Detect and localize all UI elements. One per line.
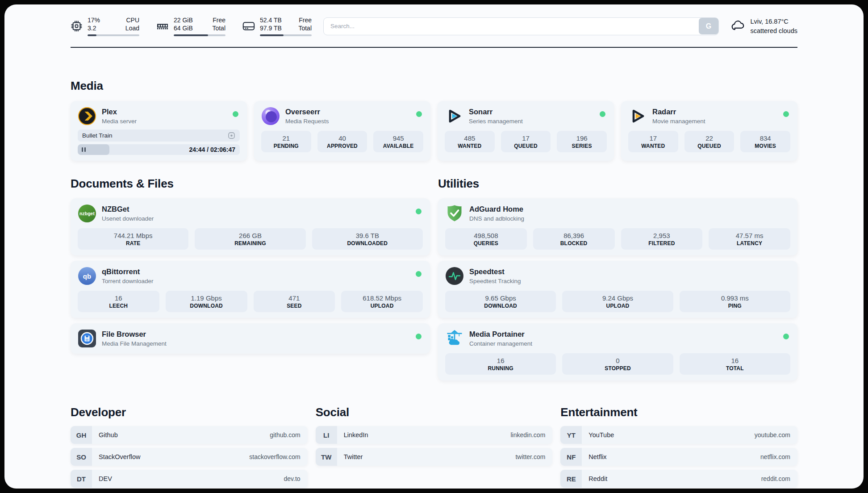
cpu-label: CPU — [126, 16, 139, 24]
app-card-nzbget[interactable]: nzbget NZBGet Usenet downloader 744.21 M… — [71, 198, 430, 255]
link-youtube[interactable]: YT YouTube youtube.com — [560, 426, 797, 444]
ram-icon — [156, 20, 169, 32]
stat-ping: 0.993 ms PING — [680, 291, 790, 312]
app-desc: Torrent downloader — [102, 278, 154, 284]
app-card-radarr[interactable]: Radarr Movie management 17 WANTED 22 QUE… — [621, 101, 797, 161]
cpu-widget: 17% CPU 3.2 Load — [71, 16, 139, 36]
app-name: Media Portainer — [469, 330, 532, 339]
stat-seed: 471 SEED — [254, 291, 335, 312]
app-desc: Movie management — [652, 118, 705, 125]
filebrowser-icon — [78, 329, 96, 348]
ram-widget: 22 GiB Free 64 GiB Total — [156, 16, 225, 36]
topbar-divider — [71, 47, 797, 48]
stat-wanted: 17 WANTED — [628, 131, 678, 152]
app-card-plex[interactable]: Plex Media server Bullet Train — [71, 101, 247, 161]
link-badge: DT — [71, 470, 92, 488]
link-reddit[interactable]: RE Reddit reddit.com — [560, 470, 797, 488]
link-netflix[interactable]: NF Netflix netflix.com — [560, 448, 797, 466]
stat-leech: 16 LEECH — [78, 291, 159, 312]
app-card-portainer[interactable]: Media Portainer Container management 16 … — [438, 323, 797, 380]
pause-icon[interactable] — [82, 147, 86, 152]
app-name: qBittorrent — [102, 267, 154, 276]
app-name: NZBGet — [102, 205, 154, 214]
ram-progressbar — [174, 34, 225, 36]
stat-download: 1.19 Gbps DOWNLOAD — [166, 291, 247, 312]
app-card-qbittorrent[interactable]: qb qBittorrent Torrent downloader 16 — [71, 261, 430, 318]
link-stackoverflow[interactable]: SO StackOverflow stackoverflow.com — [71, 448, 308, 466]
nzbget-icon: nzbget — [78, 204, 96, 223]
stat-total: 16 TOTAL — [680, 353, 790, 375]
ram-total-value: 64 GiB — [174, 24, 193, 32]
qbittorrent-icon: qb — [78, 267, 96, 285]
radarr-icon — [628, 107, 647, 125]
disk-total-value: 97.9 TB — [260, 24, 282, 32]
speedtest-icon — [445, 267, 464, 285]
stat-remaining: 266 GB REMAINING — [195, 228, 305, 250]
disk-total-label: Total — [298, 24, 312, 32]
link-badge: NF — [560, 448, 582, 466]
plex-icon — [78, 107, 96, 125]
stat-stopped: 0 STOPPED — [562, 353, 673, 375]
stat-rate: 744.21 Mbps RATE — [78, 228, 188, 250]
app-desc: Usenet downloader — [102, 215, 154, 222]
search-input[interactable] — [323, 17, 719, 35]
cpu-load-label: Load — [125, 24, 139, 32]
app-card-overseerr[interactable]: Overseerr Media Requests 21 PENDING 40 A… — [254, 101, 430, 161]
app-card-speedtest[interactable]: Speedtest Speedtest Tracking 9.65 Gbps D… — [438, 261, 797, 318]
svg-text:qb: qb — [83, 272, 91, 280]
stat-blocked: 86,396 BLOCKED — [533, 228, 615, 250]
search-bar: G — [323, 17, 719, 35]
sonarr-icon — [445, 107, 463, 125]
link-badge: SO — [71, 448, 92, 466]
app-desc: Series management — [469, 118, 523, 125]
app-name: AdGuard Home — [469, 205, 524, 214]
link-github[interactable]: GH Github github.com — [71, 426, 308, 444]
link-badge: TW — [316, 448, 337, 466]
system-stats: 17% CPU 3.2 Load — [71, 16, 312, 36]
section-title-entertainment: Entertainment — [560, 405, 797, 419]
app-desc: Media File Management — [102, 340, 167, 347]
search-engine-button[interactable]: G — [699, 18, 718, 34]
link-badge: RE — [560, 470, 582, 488]
section-title-media: Media — [71, 79, 797, 93]
weather-location-temp: Lviv, 16.87°C — [750, 17, 797, 26]
stat-filtered: 2,953 FILTERED — [621, 228, 703, 250]
stat-wanted: 485 WANTED — [445, 131, 495, 152]
link-twitter[interactable]: TW Twitter twitter.com — [316, 448, 553, 466]
ram-total-label: Total — [212, 24, 225, 32]
playback-progressbar: 24:44 / 02:06:47 — [78, 144, 240, 155]
adguard-icon — [445, 204, 464, 223]
app-name: Overseerr — [285, 108, 329, 117]
link-badge: LI — [316, 426, 337, 444]
disk-icon — [242, 20, 255, 32]
app-card-adguard[interactable]: AdGuard Home DNS and adblocking 498,508 … — [438, 198, 797, 255]
stat-downloaded: 39.6 TB DOWNLOADED — [312, 228, 423, 250]
stat-queued: 22 QUEUED — [684, 131, 734, 152]
stat-movies: 834 MOVIES — [740, 131, 790, 152]
weather-condition: scattered clouds — [750, 26, 797, 36]
link-linkedin[interactable]: LI LinkedIn linkedin.com — [316, 426, 553, 444]
link-dev[interactable]: DT DEV dev.to — [71, 470, 308, 488]
stat-queued: 17 QUEUED — [501, 131, 551, 152]
link-badge: GH — [71, 426, 92, 444]
screen-icon[interactable] — [228, 132, 235, 139]
overseerr-icon — [261, 107, 280, 125]
disk-progressbar — [260, 34, 312, 36]
app-name: Radarr — [652, 108, 705, 117]
now-playing-title: Bullet Train — [82, 132, 228, 139]
app-desc: Container management — [469, 340, 532, 347]
topbar: 17% CPU 3.2 Load — [71, 16, 797, 36]
app-desc: Media Requests — [285, 118, 329, 125]
app-card-filebrowser[interactable]: File Browser Media File Management — [71, 323, 430, 354]
section-title-social: Social — [316, 405, 553, 419]
stat-upload: 9.24 Gbps UPLOAD — [562, 291, 673, 312]
app-card-sonarr[interactable]: Sonarr Series management 485 WANTED 17 Q… — [438, 101, 614, 161]
disk-widget: 52.4 TB Free 97.9 TB Total — [242, 16, 312, 36]
now-playing-row: Bullet Train — [78, 130, 240, 142]
portainer-icon — [445, 329, 464, 348]
stat-pending: 21 PENDING — [261, 131, 311, 152]
app-desc: Speedtest Tracking — [469, 278, 521, 284]
playback-time: 24:44 / 02:06:47 — [189, 146, 240, 153]
ram-free-label: Free — [213, 16, 225, 24]
ram-free-value: 22 GiB — [174, 16, 193, 24]
